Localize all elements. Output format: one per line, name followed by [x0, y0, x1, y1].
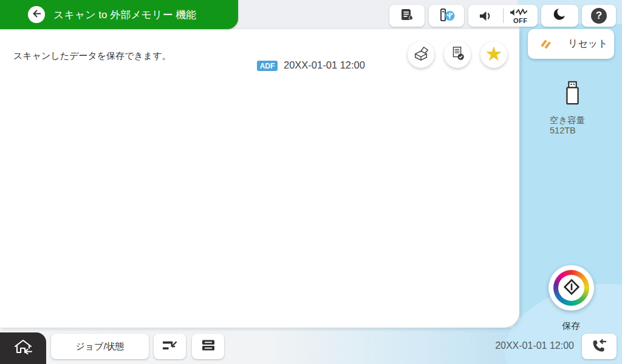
usb-memory-icon — [561, 98, 584, 109]
back-button[interactable] — [28, 6, 45, 23]
sound-settings-button[interactable]: OFF — [468, 5, 538, 27]
panel-timestamp: 20XX-01-01 12:00 — [284, 59, 365, 71]
reset-button[interactable]: リセット — [528, 29, 614, 59]
star-icon: ★ — [485, 44, 503, 64]
preview-settings-button[interactable] — [444, 41, 471, 68]
save-start-button[interactable] — [549, 265, 594, 311]
ink-info-icon — [399, 7, 415, 25]
usb-device-icon — [437, 7, 456, 25]
page-title: スキャン to 外部メモリー 機能 — [53, 8, 196, 22]
favorite-button[interactable]: ★ — [480, 41, 507, 68]
free-space-label: 空き容量 — [550, 115, 600, 126]
scan-hint-text: スキャンしたデータを保存できます。 — [13, 50, 171, 62]
incoming-call-button[interactable] — [582, 334, 617, 359]
help-button[interactable]: ? — [582, 5, 616, 27]
job-status-label: ジョブ/状態 — [75, 341, 124, 352]
function-header: スキャン to 外部メモリー 機能 — [0, 0, 238, 29]
usb-memory-status: 空き容量 512TB — [545, 80, 600, 135]
main-panel: スキャンしたデータを保存できます。 ADF 20XX-01-01 12:00 — [0, 29, 519, 328]
system-clock: 20XX-01-01 12:00 — [425, 340, 574, 351]
start-diamond-icon — [562, 278, 581, 298]
home-icon — [12, 338, 34, 359]
speaker-icon[interactable] — [468, 5, 503, 27]
job-queue-icon — [161, 338, 179, 356]
document-check-icon — [449, 45, 466, 64]
reset-slashes-icon — [538, 37, 555, 52]
save-label: 保存 — [549, 320, 594, 332]
color-ring — [553, 270, 589, 306]
reset-label: リセット — [568, 38, 608, 50]
help-icon: ? — [591, 8, 607, 24]
paper-settings-button[interactable] — [192, 334, 224, 359]
box-icon — [412, 45, 429, 64]
job-queue-button[interactable] — [154, 334, 186, 359]
line-monitor-off-indicator[interactable]: OFF — [504, 5, 538, 27]
sleep-mode-button[interactable] — [541, 5, 578, 27]
moon-icon — [552, 7, 568, 25]
free-space-value: 512TB — [550, 126, 600, 136]
off-label: OFF — [513, 18, 528, 24]
usb-device-status-button[interactable] — [429, 5, 464, 27]
ink-info-button[interactable] — [389, 5, 425, 27]
phone-receiver-icon — [590, 337, 609, 356]
home-button[interactable] — [0, 332, 46, 364]
saved-settings-button[interactable] — [408, 41, 434, 68]
back-arrow-icon — [32, 9, 42, 21]
adf-status-badge: ADF — [257, 61, 278, 71]
job-status-button[interactable]: ジョブ/状態 — [51, 334, 149, 359]
paper-trays-icon — [200, 337, 216, 356]
app-screen: { "header": { "title": "スキャン to 外部メモリー 機… — [0, 0, 622, 364]
